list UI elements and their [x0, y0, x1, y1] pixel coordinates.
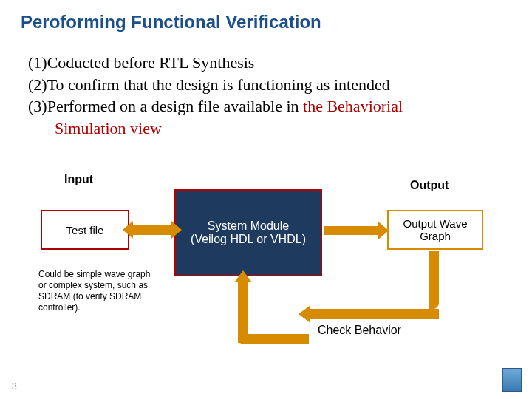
bullet-1: (1)Coducted before RTL Synthesis — [28, 52, 403, 74]
bullet-3: (3)Performed on a design file available … — [28, 95, 403, 139]
system-module-box: System Module (Veilog HDL or VHDL) — [174, 189, 322, 276]
arrow-right-head-icon — [171, 221, 182, 239]
bullet-3-text: (3)Performed on a design file available … — [28, 97, 303, 115]
arrow-left-head-icon — [123, 221, 133, 239]
output-wave-text: Output Wave Graph — [389, 217, 482, 242]
slide: Peroforming Functional Verification (1)C… — [0, 0, 532, 399]
footer-logo-icon — [502, 368, 522, 392]
bullet-2: (2)To confirm that the design is functio… — [28, 74, 403, 96]
bullet-3-highlight-b: Simulation view — [55, 117, 162, 140]
output-label: Output — [410, 179, 449, 192]
arrow-check-to-sys-h — [238, 334, 309, 344]
check-behavior-label: Check Behavior — [318, 324, 401, 337]
arrow-bidirectional — [132, 225, 173, 235]
test-file-caption: Could be simple wave graph or complex sy… — [38, 269, 153, 313]
page-number: 3 — [12, 381, 17, 392]
input-label: Input — [64, 173, 93, 186]
arrow-output-down — [429, 251, 439, 309]
test-file-box: Test file — [41, 210, 129, 250]
output-wave-box: Output Wave Graph — [387, 210, 483, 250]
arrow-left-head-icon — [299, 305, 310, 323]
page-title: Peroforming Functional Verification — [21, 12, 321, 33]
arrow-sys-to-output — [324, 226, 380, 235]
arrow-check-to-sys-v — [238, 281, 248, 343]
arrow-up-head-icon — [234, 270, 252, 282]
arrow-right-head-icon — [378, 222, 389, 239]
system-module-text: System Module (Veilog HDL or VHDL) — [191, 219, 306, 246]
bullet-3-highlight-a: the Behaviorial — [303, 97, 403, 115]
arrow-check-horizontal — [309, 309, 439, 319]
bullet-list: (1)Coducted before RTL Synthesis (2)To c… — [28, 52, 403, 140]
